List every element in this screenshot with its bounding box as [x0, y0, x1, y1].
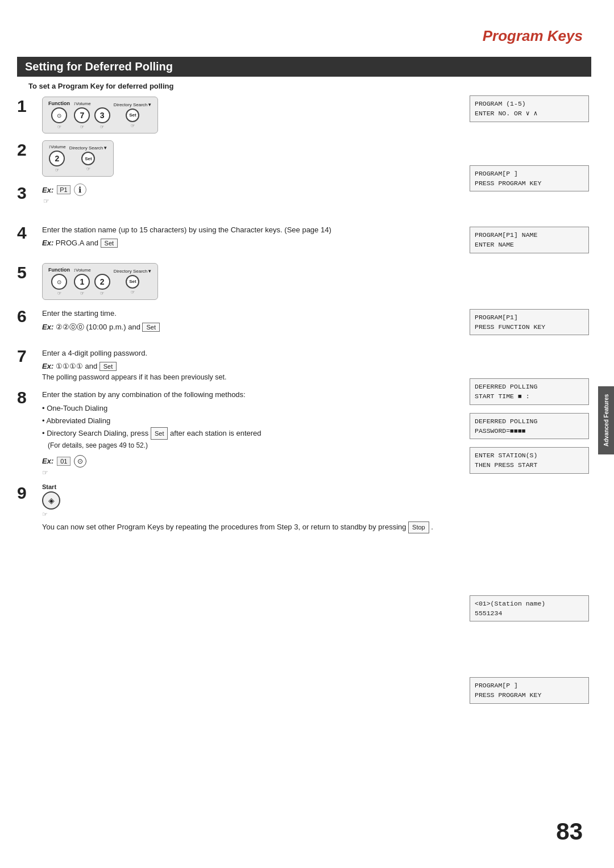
- info-icon: ℹ: [74, 183, 86, 196]
- key-1-5: 1: [74, 274, 90, 290]
- step-4-ex: Ex: PROG.A and Set: [42, 239, 589, 248]
- function-key-5: ⊙: [51, 274, 67, 290]
- set-button-7: Set: [99, 362, 117, 371]
- step-3: 3 Ex: P1 ℹ ☞: [17, 182, 589, 216]
- 01-label: 01: [57, 457, 70, 466]
- key-2: 2: [49, 151, 65, 166]
- start-key: ◈: [42, 491, 60, 510]
- step-7-content: Enter a 4-digit polling password. Ex: ①①…: [40, 345, 589, 381]
- set-key-5: Set: [126, 275, 139, 289]
- step-number-3: 3: [17, 182, 40, 202]
- set-button-6: Set: [142, 323, 160, 332]
- step-8-ex: Ex: 01 ⊙: [42, 455, 589, 468]
- page-title: Program Keys: [483, 27, 583, 45]
- side-tab: Advanced Features: [598, 386, 614, 454]
- step-2-content: ↕Volume 2 ☞ Directory Search▼ Set ☞: [40, 139, 589, 177]
- step-7: 7 Enter a 4-digit polling password. Ex: …: [17, 345, 589, 381]
- start-label: Start: [42, 483, 56, 490]
- instruction-label: To set a Program Key for deferred pollin…: [28, 82, 173, 90]
- dot-key: ⊙: [74, 455, 86, 468]
- set-button: Set: [101, 239, 118, 248]
- step-4: 4 Enter the station name (up to 15 chara…: [17, 222, 589, 256]
- function-label: Function: [48, 101, 70, 106]
- set-key: Set: [126, 108, 139, 122]
- step-4-content: Enter the station name (up to 15 charact…: [40, 222, 589, 248]
- step-7-ex: Ex: ①①①① and Set: [42, 362, 589, 371]
- step-6-text: Enter the starting time.: [42, 308, 589, 320]
- step-9-content: Start ◈ ☞ You can now set other Program …: [40, 482, 589, 534]
- step-8: 8 Enter the station by any combination o…: [17, 387, 589, 477]
- step-number-8: 8: [17, 387, 40, 406]
- steps-container: 1 Function ⊙ ☞ ↕Volume 7 ☞ x 3 ☞: [17, 95, 589, 539]
- step-number-9: 9: [17, 482, 40, 502]
- step-number-4: 4: [17, 222, 40, 241]
- step-number-5: 5: [17, 262, 40, 281]
- step-9: 9 Start ◈ ☞ You can now set other Progra…: [17, 482, 589, 534]
- step-8-content: Enter the station by any combination of …: [40, 387, 589, 477]
- key-2-5: 2: [94, 274, 110, 290]
- step-3-finger: ☞: [42, 197, 589, 205]
- step-1-content: Function ⊙ ☞ ↕Volume 7 ☞ x 3 ☞ Directory…: [40, 95, 589, 133]
- lcd-line1: PROGRAM[P ]: [475, 681, 584, 690]
- step-8-methods: • One-Touch Dialing • Abbreviated Dialin…: [42, 402, 589, 452]
- step-1: 1 Function ⊙ ☞ ↕Volume 7 ☞ x 3 ☞: [17, 95, 589, 133]
- section-heading: Setting for Deferred Polling: [17, 57, 591, 77]
- ex-label-3: Ex:: [42, 186, 53, 194]
- lcd-line2: PRESS PROGRAM KEY: [475, 690, 584, 700]
- step-9-note: You can now set other Program Keys by re…: [42, 521, 589, 534]
- step-number-1: 1: [17, 95, 40, 115]
- step-2: 2 ↕Volume 2 ☞ Directory Search▼ Set ☞: [17, 139, 589, 177]
- lcd-panel-8: <01>(Station name) 5551234: [470, 595, 589, 622]
- step-6-ex: Ex: ②②⓪⓪ (10:00 p.m.) and Set: [42, 322, 589, 332]
- step-4-text: Enter the station name (up to 15 charact…: [42, 224, 589, 236]
- step-number-7: 7: [17, 345, 40, 365]
- lcd-line2: 5551234: [475, 608, 584, 618]
- lcd-line1: <01>(Station name): [475, 599, 584, 608]
- step-number-6: 6: [17, 306, 40, 325]
- step-6: 6 Enter the starting time. Ex: ②②⓪⓪ (10:…: [17, 306, 589, 340]
- lcd-panel-9: PROGRAM[P ] PRESS PROGRAM KEY: [470, 677, 589, 704]
- p1-indicator: P1: [57, 185, 70, 194]
- step-7-text: Enter a 4-digit polling password.: [42, 348, 589, 360]
- page-number: 83: [556, 818, 583, 845]
- key-7: 7: [74, 107, 90, 123]
- step-7-note: The polling password appears if it has b…: [42, 373, 589, 381]
- step-number-2: 2: [17, 139, 40, 158]
- key-3: 3: [94, 107, 110, 123]
- function-key: ⊙: [51, 107, 67, 123]
- set-key-2: Set: [81, 152, 95, 165]
- stop-button: Stop: [408, 521, 429, 534]
- step-8-text: Enter the station by any combination of …: [42, 389, 589, 401]
- function-label-5: Function: [48, 267, 70, 273]
- step-3-content: Ex: P1 ℹ ☞: [40, 182, 589, 205]
- step-5: 5 Function ⊙ ☞ ↕Volume 1 ☞ x 2 ☞: [17, 262, 589, 300]
- set-button-8: Set: [151, 427, 168, 440]
- step-6-content: Enter the starting time. Ex: ②②⓪⓪ (10:00…: [40, 306, 589, 332]
- step-5-content: Function ⊙ ☞ ↕Volume 1 ☞ x 2 ☞ Directory…: [40, 262, 589, 300]
